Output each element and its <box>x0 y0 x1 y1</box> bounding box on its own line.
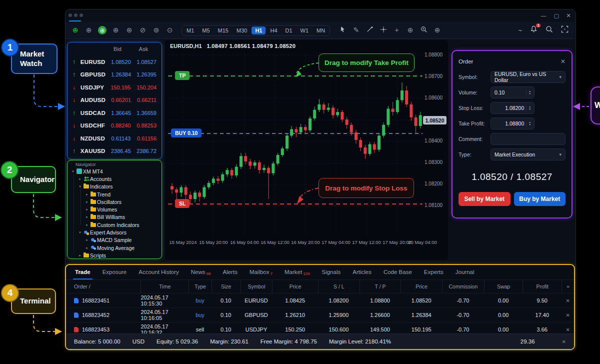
line-chart-icon[interactable]: ⊚ <box>150 26 163 34</box>
crosshair-icon[interactable] <box>376 26 390 34</box>
tree-item-moving-average[interactable]: ▸Moving Average <box>70 244 160 252</box>
candlestick-chart[interactable] <box>168 50 422 235</box>
market-watch-row[interactable]: ↓NZDUSD0.611430.61156 <box>68 132 162 145</box>
market-watch-row[interactable]: ↑GBPUSD1.263841.26395 <box>68 68 162 82</box>
column-header[interactable]: Symbol <box>240 280 272 293</box>
zoom-in-icon[interactable] <box>417 26 430 34</box>
volume-field[interactable]: 0.10▴▾ <box>490 86 534 98</box>
chevron-right-icon[interactable]: ▸ <box>78 177 82 181</box>
auto-scroll-icon[interactable]: ⊕ <box>98 26 106 34</box>
buy-by-market-button[interactable]: Buy by Market <box>514 192 566 206</box>
tab-articles[interactable]: Articles <box>346 265 378 280</box>
traffic-light-icon[interactable] <box>80 14 83 17</box>
column-header[interactable]: Price <box>272 280 318 293</box>
tab-news[interactable]: News99 <box>185 265 217 280</box>
tree-item-accounts[interactable]: ▸Accounts <box>70 175 160 182</box>
cursor-icon[interactable] <box>336 26 350 34</box>
market-watch-row[interactable]: ↑EURUSD1.085201.08527 <box>68 56 162 68</box>
tree-item-bill-williams[interactable]: ▸Bill Williams <box>70 214 160 221</box>
chevron-right-icon[interactable]: ▸ <box>84 200 90 204</box>
chevron-down-icon[interactable]: ▾ <box>78 184 82 188</box>
tree-item-oscillators[interactable]: ▸Oscillators <box>70 198 160 206</box>
notifications-bell-icon[interactable]: 1 <box>530 26 538 35</box>
maximize-icon[interactable]: ▢ <box>552 12 561 19</box>
chevron-right-icon[interactable]: ▸ <box>78 254 82 258</box>
timeframe-h4[interactable]: H4 <box>266 26 280 34</box>
traffic-light-icon[interactable] <box>74 14 78 17</box>
market-watch-row[interactable]: ↓AUDUSD0.662010.66211 <box>68 94 162 107</box>
chevron-down-icon[interactable]: ▾ <box>70 170 76 174</box>
tree-item-indicators[interactable]: ▾Indicators <box>70 183 160 190</box>
market-watch-row[interactable]: ↓USDCHF0.882400.88253 <box>68 120 162 132</box>
bar-chart-icon[interactable]: ⊛ <box>122 26 136 34</box>
tab-experts[interactable]: Experts <box>418 265 450 280</box>
timeframe-mn[interactable]: MN <box>313 26 328 34</box>
take-profit-field[interactable]: 1.08800▴▾ <box>490 118 534 130</box>
sell-by-market-button[interactable]: Sell by Market <box>458 192 510 206</box>
ask-column-header[interactable]: Ask <box>130 46 156 52</box>
timeframe-m30[interactable]: M30 <box>233 26 250 34</box>
market-watch-row[interactable]: ↑USDCAD1.366451.36659 <box>68 106 162 120</box>
column-header[interactable]: Profit <box>522 280 562 293</box>
stop-loss-field[interactable]: 1.08200▴▾ <box>490 102 534 114</box>
market-watch-row[interactable]: ↓USDJPY150.195150.204 <box>68 81 162 94</box>
chart-shift-icon[interactable]: ⊕ <box>82 26 96 34</box>
column-header[interactable]: Size <box>212 280 240 293</box>
buy-position-badge[interactable]: BUY 0.10 <box>171 128 202 138</box>
timeframe-m1[interactable]: M1 <box>183 26 198 34</box>
timeframe-m5[interactable]: M5 <box>198 26 213 34</box>
comment-field[interactable] <box>490 133 566 145</box>
chevron-down-icon[interactable]: ▾ <box>559 152 562 157</box>
column-header[interactable]: T / P <box>360 280 401 293</box>
tab-code-base[interactable]: Code Base <box>378 265 418 280</box>
timeframe-w1[interactable]: W1 <box>297 26 312 34</box>
chart-crosshair-icon[interactable]: ⊕ <box>68 26 82 34</box>
close-position-icon[interactable]: ✕ <box>562 294 574 308</box>
spinner-control[interactable]: ▴▾ <box>526 90 530 96</box>
tab-mailbox[interactable]: Mailbox7 <box>244 265 278 280</box>
column-header[interactable]: Swap <box>484 280 523 293</box>
tree-item-macd-sample[interactable]: ▸MACD Sample <box>70 236 160 244</box>
indicator-list-icon[interactable]: ⊙ <box>163 26 176 34</box>
tab-journal[interactable]: Journal <box>450 265 480 280</box>
tree-item-scripts[interactable]: ▸Scripts <box>70 252 160 259</box>
tab-signals[interactable]: Signals <box>316 265 347 280</box>
tree-item-trend[interactable]: ▸Trend <box>70 190 160 198</box>
grid-view-icon[interactable] <box>561 26 568 35</box>
close-icon[interactable]: ✕ <box>560 58 566 65</box>
chevron-down-icon[interactable]: ▾ <box>78 230 82 234</box>
table-row[interactable]: 1688234512024.05.17 10:15:30buy0.10EURUS… <box>66 294 574 308</box>
chart-offset-icon[interactable]: ⊕ <box>109 26 122 34</box>
tab-exposure[interactable]: Exposure <box>96 265 133 280</box>
spinner-control[interactable]: ▴▾ <box>526 121 530 126</box>
chevron-right-icon[interactable]: ▸ <box>84 215 90 219</box>
stop-loss-badge[interactable]: SL <box>175 199 190 208</box>
chevron-right-icon[interactable]: ▸ <box>84 223 90 227</box>
market-watch-row[interactable]: ↑XAUUSD2386.452386.72 <box>68 145 162 158</box>
traffic-light-icon[interactable] <box>68 14 72 17</box>
bid-column-header[interactable]: Bid <box>104 46 130 52</box>
take-profit-badge[interactable]: TP <box>175 71 190 80</box>
collapse-toolbar-icon[interactable]: ~ <box>518 26 522 34</box>
cycle-object-icon[interactable]: ⊕ <box>404 26 417 34</box>
tab-account-history[interactable]: Account History <box>132 265 185 280</box>
tree-item-xm-mt4[interactable]: ▾XM MT4 <box>70 168 160 175</box>
add-object-icon[interactable]: ⊕ <box>430 26 444 34</box>
chevron-right-icon[interactable]: ▸ <box>84 246 90 250</box>
tab-trade[interactable]: Trade <box>69 265 96 280</box>
tab-market[interactable]: Market124 <box>278 265 316 280</box>
tree-item-custom-indicators[interactable]: ▸Custom Indicators <box>70 221 160 228</box>
chevron-right-icon[interactable]: ▸ <box>84 192 90 196</box>
timeframe-m15[interactable]: M15 <box>214 26 232 34</box>
chevron-right-icon[interactable]: ▸ <box>84 238 90 242</box>
column-header[interactable]: Time <box>140 280 188 293</box>
tree-item-expert-advisors[interactable]: ▾Expert Advisors <box>70 228 160 236</box>
minimize-icon[interactable]: — <box>539 12 548 18</box>
column-header[interactable]: Type <box>188 280 212 293</box>
spinner-control[interactable]: ▴▾ <box>526 106 530 111</box>
column-header[interactable]: Order / <box>66 280 140 293</box>
column-header[interactable]: Commission <box>442 280 484 293</box>
type-field[interactable]: Market Execution▾ <box>490 148 566 160</box>
timeframe-h1[interactable]: H1 <box>252 26 266 34</box>
cross-cursor-icon[interactable]: + <box>390 26 404 34</box>
